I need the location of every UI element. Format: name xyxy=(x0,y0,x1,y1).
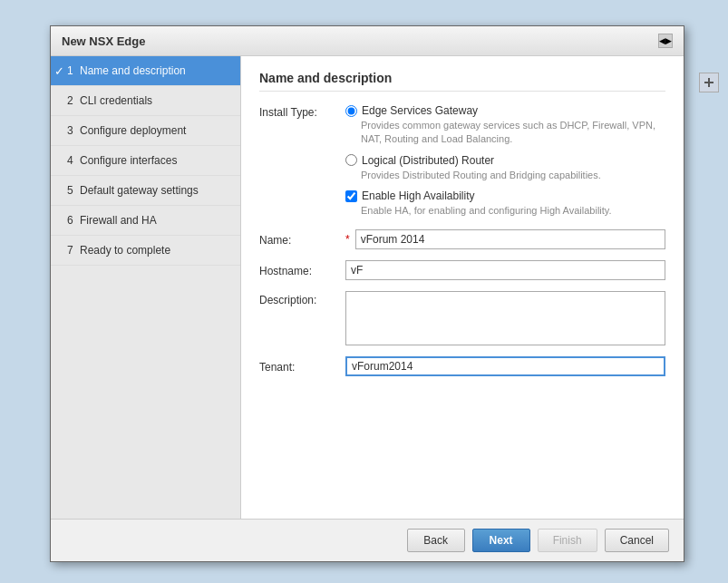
step-1[interactable]: ✓ 1 Name and description xyxy=(51,56,240,86)
description-input[interactable] xyxy=(345,291,665,345)
description-label: Description: xyxy=(259,291,345,306)
name-row: Name: * xyxy=(259,229,665,249)
esg-radio-label: Edge Services Gateway xyxy=(362,104,478,117)
step-1-number: 1 xyxy=(67,64,76,77)
step-6-number: 6 xyxy=(67,214,76,227)
modal-titlebar-icons: ◀▶ xyxy=(658,34,673,48)
ldr-radio-option: Logical (Distributed) Router xyxy=(345,154,665,167)
step-6-label: Firewall and HA xyxy=(80,214,157,227)
step-5[interactable]: 5 Default gateway settings xyxy=(51,176,240,206)
hostname-label: Hostname: xyxy=(259,263,345,277)
hostname-input[interactable] xyxy=(345,260,665,280)
name-input[interactable] xyxy=(355,229,665,249)
step-2-label: CLI credentials xyxy=(80,94,152,107)
name-required-star: * xyxy=(345,233,350,246)
next-button[interactable]: Next xyxy=(472,529,530,552)
name-label-text: Name: xyxy=(259,234,291,247)
step-3-label: Configure deployment xyxy=(80,124,186,137)
steps-panel: ✓ 1 Name and description 2 CLI credentia… xyxy=(51,56,241,519)
ha-checkbox[interactable] xyxy=(345,190,357,202)
step-3[interactable]: 3 Configure deployment xyxy=(51,116,240,146)
modal-footer: Back Next Finish Cancel xyxy=(51,519,684,561)
modal-dialog: New NSX Edge ◀▶ ✓ 1 Name and description… xyxy=(50,25,684,562)
step-7-number: 7 xyxy=(67,244,76,257)
step-4-label: Configure interfaces xyxy=(80,154,177,167)
back-button[interactable]: Back xyxy=(407,529,465,552)
esg-radio-option: Edge Services Gateway xyxy=(345,104,665,117)
step-1-check: ✓ xyxy=(54,64,64,78)
modal-titlebar: New NSX Edge ◀▶ xyxy=(51,26,684,56)
ha-checkbox-label: Enable High Availability xyxy=(362,189,475,202)
hostname-row: Hostname: xyxy=(259,260,665,280)
step-3-number: 3 xyxy=(67,124,76,137)
ldr-radio[interactable] xyxy=(345,154,357,166)
ha-description: Enable HA, for enabling and configuring … xyxy=(361,204,665,218)
name-content: * xyxy=(345,229,665,249)
modal-expand-icon[interactable]: ◀▶ xyxy=(658,34,673,48)
step-6[interactable]: 6 Firewall and HA xyxy=(51,206,240,236)
modal-body: ✓ 1 Name and description 2 CLI credentia… xyxy=(51,56,684,519)
ldr-radio-label: Logical (Distributed) Router xyxy=(362,154,494,167)
step-5-label: Default gateway settings xyxy=(80,184,199,197)
step-4-number: 4 xyxy=(67,154,76,167)
cancel-button[interactable]: Cancel xyxy=(605,529,669,552)
install-type-row: Install Type: Edge Services Gateway Prov… xyxy=(259,104,665,219)
hostname-content xyxy=(345,260,665,280)
step-2-number: 2 xyxy=(67,94,76,107)
description-row: Description: xyxy=(259,291,665,345)
step-4[interactable]: 4 Configure interfaces xyxy=(51,146,240,176)
name-input-row: * xyxy=(345,229,665,249)
step-1-label: Name and description xyxy=(80,64,186,77)
description-content xyxy=(345,291,665,345)
content-title: Name and description xyxy=(259,71,665,92)
step-5-number: 5 xyxy=(67,184,76,197)
content-panel: Name and description Install Type: Edge … xyxy=(241,56,684,519)
install-type-content: Edge Services Gateway Provides common ga… xyxy=(345,104,665,219)
esg-description: Provides common gateway services such as… xyxy=(361,119,665,147)
step-7[interactable]: 7 Ready to complete xyxy=(51,236,240,266)
tenant-label: Tenant: xyxy=(259,359,345,374)
tenant-content xyxy=(345,356,665,376)
ha-checkbox-option: Enable High Availability xyxy=(345,189,665,202)
modal-overlay: New NSX Edge ◀▶ ✓ 1 Name and description… xyxy=(0,0,728,583)
step-7-label: Ready to complete xyxy=(80,244,170,257)
tenant-row: Tenant: xyxy=(259,356,665,376)
modal-title: New NSX Edge xyxy=(62,34,145,48)
step-2[interactable]: 2 CLI credentials xyxy=(51,86,240,116)
tenant-input[interactable] xyxy=(345,356,665,376)
esg-radio[interactable] xyxy=(345,105,357,117)
finish-button: Finish xyxy=(538,529,597,552)
install-type-label: Install Type: xyxy=(259,104,345,119)
name-label: Name: xyxy=(259,232,345,247)
ldr-description: Provides Distributed Routing and Bridgin… xyxy=(361,169,665,182)
